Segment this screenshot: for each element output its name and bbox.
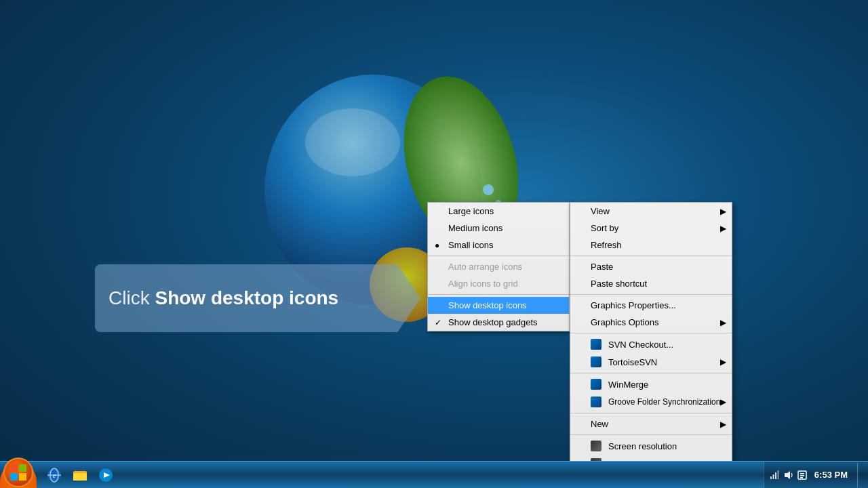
svg-rect-25: [800, 475, 804, 476]
auto-arrange-label: Auto arrange icons: [448, 262, 522, 272]
separator-2: [570, 294, 732, 295]
menu-item-paste-shortcut[interactable]: Paste shortcut: [570, 275, 732, 292]
svg-rect-7: [19, 464, 26, 472]
tortoisesvn-label: TortoiseSVN: [608, 357, 657, 367]
svg-rect-15: [73, 473, 87, 481]
paste-label: Paste: [591, 262, 613, 272]
separator-view-1: [428, 256, 569, 256]
svg-rect-6: [10, 464, 18, 472]
sort-by-label: Sort by: [591, 223, 618, 233]
align-grid-label: Align icons to grid: [448, 279, 518, 289]
menu-item-show-desktop-gadgets[interactable]: ✓ Show desktop gadgets: [428, 314, 569, 331]
show-desktop-button[interactable]: [857, 463, 863, 487]
medium-icons-label: Medium icons: [448, 223, 502, 233]
winmerge-icon: [591, 379, 601, 390]
small-icons-check: ●: [435, 241, 439, 250]
paste-shortcut-label: Paste shortcut: [591, 279, 647, 289]
menu-item-new[interactable]: New ▶: [570, 415, 732, 432]
separator-4: [570, 373, 732, 373]
show-gadgets-check: ✓: [435, 318, 441, 327]
taskbar-right: 6:53 PM: [764, 462, 868, 488]
system-tray: [770, 470, 808, 481]
svg-rect-9: [19, 473, 26, 481]
winmerge-label: WinMerge: [608, 380, 648, 390]
menu-item-refresh[interactable]: Refresh: [570, 237, 732, 253]
callout-annotation: Click Show desktop icons: [95, 264, 420, 332]
network-tray-icon: [770, 470, 781, 481]
menu-item-screen-resolution[interactable]: Screen resolution: [570, 437, 732, 455]
menu-item-auto-arrange[interactable]: Auto arrange icons: [428, 258, 569, 275]
graphics-arrow: ▶: [720, 318, 726, 327]
menu-item-medium-icons[interactable]: Medium icons: [428, 220, 569, 237]
taskbar-items: e: [39, 462, 764, 488]
desktop: Click Show desktop icons Large icons Med…: [0, 0, 868, 488]
menu-item-sort-by[interactable]: Sort by ▶: [570, 220, 732, 237]
svg-rect-18: [770, 476, 772, 479]
menu-item-view[interactable]: View ▶: [570, 203, 732, 220]
svg-point-4: [483, 184, 494, 195]
svg-rect-19: [772, 474, 774, 479]
clock-time: 6:53 PM: [814, 470, 848, 480]
svn-checkout-label: SVN Checkout...: [608, 340, 673, 350]
separator-6: [570, 434, 732, 435]
start-orb: [3, 458, 33, 487]
menu-item-svn-checkout[interactable]: SVN Checkout...: [570, 336, 732, 353]
screen-resolution-label: Screen resolution: [608, 441, 677, 451]
menu-item-large-icons[interactable]: Large icons: [428, 203, 569, 220]
svg-rect-20: [775, 472, 776, 479]
show-desktop-icons-label: Show desktop icons: [448, 300, 527, 310]
small-icons-label: Small icons: [448, 240, 493, 250]
svg-rect-24: [800, 473, 804, 474]
svg-rect-21: [777, 470, 778, 479]
tortoisesvn-arrow: ▶: [720, 357, 726, 367]
groove-icon: [591, 396, 601, 407]
main-context-menu: View ▶ Sort by ▶ Refresh Paste Paste sho…: [570, 202, 732, 488]
menu-item-align-grid[interactable]: Align icons to grid: [428, 275, 569, 292]
view-submenu: Large icons Medium icons ● Small icons A…: [427, 202, 570, 331]
sort-arrow: ▶: [720, 224, 726, 233]
start-button[interactable]: [0, 462, 37, 489]
show-gadgets-label: Show desktop gadgets: [448, 317, 538, 327]
new-arrow: ▶: [720, 420, 726, 429]
taskbar-ie-icon[interactable]: e: [42, 463, 66, 487]
tortoisesvn-icon: [591, 357, 601, 367]
menu-item-tortoisesvn[interactable]: TortoiseSVN ▶: [570, 353, 732, 371]
separator-3: [570, 333, 732, 333]
separator-1: [570, 256, 732, 256]
groove-arrow: ▶: [720, 397, 726, 407]
taskbar: e: [0, 461, 868, 488]
callout-bold-text: Show desktop icons: [155, 287, 338, 308]
large-icons-label: Large icons: [448, 206, 494, 216]
view-arrow: ▶: [720, 207, 726, 216]
menu-item-small-icons[interactable]: ● Small icons: [428, 237, 569, 253]
groove-label: Groove Folder Synchronization: [608, 397, 720, 407]
menu-item-graphics-properties[interactable]: Graphics Properties...: [570, 297, 732, 314]
view-label: View: [591, 206, 610, 216]
windows-start-icon: [9, 463, 28, 482]
menu-item-groove[interactable]: Groove Folder Synchronization ▶: [570, 393, 732, 411]
taskbar-explorer-icon[interactable]: [68, 463, 92, 487]
callout-text: Click Show desktop icons: [108, 287, 338, 309]
svg-marker-22: [785, 471, 790, 479]
separator-view-2: [428, 294, 569, 295]
menu-item-paste[interactable]: Paste: [570, 258, 732, 275]
menu-item-winmerge[interactable]: WinMerge: [570, 375, 732, 393]
svg-point-1: [305, 108, 400, 176]
volume-tray-icon: [783, 470, 794, 481]
menu-item-graphics-options[interactable]: Graphics Options ▶: [570, 314, 732, 331]
svg-text:e: e: [53, 472, 56, 479]
svn-checkout-icon: [591, 339, 601, 350]
svg-rect-26: [800, 477, 803, 479]
menu-item-show-desktop-icons[interactable]: Show desktop icons: [428, 297, 569, 314]
action-center-icon: [797, 470, 808, 481]
svg-rect-8: [10, 473, 18, 481]
graphics-options-label: Graphics Options: [591, 317, 658, 327]
taskbar-media-icon[interactable]: [94, 463, 118, 487]
new-label: New: [591, 419, 608, 429]
refresh-label: Refresh: [591, 240, 622, 250]
system-clock[interactable]: 6:53 PM: [812, 470, 850, 480]
graphics-properties-label: Graphics Properties...: [591, 300, 676, 310]
separator-5: [570, 413, 732, 413]
screen-res-icon: [591, 441, 601, 451]
